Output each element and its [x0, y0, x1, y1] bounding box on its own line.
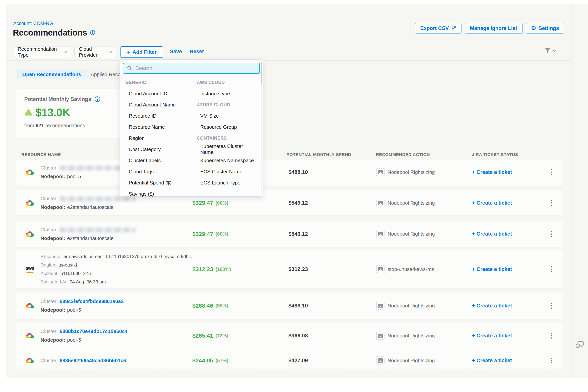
- table-row[interactable]: Cluster:6886e92f59a48cad86b5b1c6 $244.05…: [16, 348, 563, 369]
- row-menu-button[interactable]: [548, 250, 556, 288]
- table-row[interactable]: aws Resource:arn:aws:rds:us-east-1:51161…: [16, 250, 563, 288]
- dropdown-item-potential-spend[interactable]: Potential Spend ($): [125, 177, 197, 188]
- add-filter-dropdown: GENERIC Cloud Account ID Cloud Account N…: [120, 60, 263, 196]
- nodepool-label: Nodepool:: [40, 204, 65, 210]
- column-jira-ticket-status: JIRA TICKET STATUS: [472, 152, 518, 157]
- create-ticket-link[interactable]: +Create a ticket: [472, 160, 535, 185]
- redacted-cluster-name: [60, 196, 136, 202]
- column-resource-name: RESOURCE NAME: [21, 152, 61, 157]
- search-input[interactable]: [135, 65, 256, 71]
- info-icon[interactable]: [90, 30, 96, 36]
- rightsizing-icon: [376, 356, 384, 364]
- filter-panel-toggle[interactable]: [544, 47, 556, 54]
- dropdown-item-ecs-cluster-name[interactable]: ECS Cluster Name: [197, 166, 256, 177]
- savings-percent: (55%): [216, 303, 228, 308]
- row-menu-button[interactable]: [548, 292, 556, 319]
- dropdown-search[interactable]: [123, 63, 260, 74]
- row-menu-button[interactable]: [548, 190, 556, 216]
- table-row[interactable]: Cluster: Nodepool:e2standar4autoscale $3…: [16, 190, 563, 216]
- save-filter-button[interactable]: Save: [170, 48, 182, 54]
- page-title: Recommendations: [13, 28, 87, 38]
- create-ticket-link[interactable]: +Create a ticket: [472, 190, 535, 216]
- reset-filter-button[interactable]: Reset: [190, 48, 204, 54]
- dropdown-item-vm-size[interactable]: VM Size: [197, 110, 256, 122]
- table-row[interactable]: Cluster:6888b1c70e49db17c1de60c4 Nodepoo…: [16, 323, 563, 348]
- kebab-icon: [551, 358, 552, 363]
- recommended-action: Nodepool Rightsizing: [388, 333, 435, 339]
- dropdown-scrollbar[interactable]: [261, 62, 262, 195]
- aws-icon: aws: [24, 250, 36, 288]
- create-ticket-link[interactable]: +Create a ticket: [472, 348, 535, 369]
- header-actions: Export CSV Manage Ignore List ⚙ Settings: [415, 23, 564, 34]
- row-menu-button[interactable]: [548, 323, 556, 348]
- create-ticket-link[interactable]: +Create a ticket: [472, 292, 535, 319]
- dropdown-section-generic: GENERIC: [125, 77, 197, 88]
- breadcrumb-account[interactable]: Account: CCM-NG: [13, 20, 53, 26]
- table-header: RESOURCE NAME POTENTIAL MONTHLY SPEND RE…: [16, 151, 563, 159]
- plus-icon: +: [472, 200, 475, 206]
- dropdown-item-savings[interactable]: Savings ($): [125, 188, 197, 200]
- filter-recommendation-type-label: Recommendation Type: [18, 46, 61, 58]
- rightsizing-icon: [376, 332, 384, 340]
- dropdown-item-resource-name[interactable]: Resource Name: [125, 122, 197, 132]
- kebab-icon: [551, 266, 552, 272]
- manage-ignore-list-label: Manage Ignore List: [470, 25, 517, 31]
- row-menu-button[interactable]: [548, 348, 556, 369]
- table-row[interactable]: Cluster: Nodepool:e2standar4autoscale $3…: [16, 221, 563, 247]
- tab-open-recommendations[interactable]: Open Recommendations: [18, 70, 86, 79]
- help-icon[interactable]: [94, 96, 101, 102]
- dropdown-item-kubernetes-cluster-name[interactable]: Kubernetes Cluster Name: [197, 144, 256, 155]
- dropdown-item-resource-id[interactable]: Resource ID: [125, 110, 197, 122]
- savings-percent: (57%): [216, 358, 228, 363]
- savings-percent: (60%): [216, 231, 228, 237]
- dropdown-item-kubernetes-namespace[interactable]: Kubernetes Namespace: [197, 155, 256, 166]
- create-ticket-link[interactable]: +Create a ticket: [472, 250, 535, 288]
- dropdown-item-cloud-tags[interactable]: Cloud Tags: [125, 166, 197, 177]
- spend-value: $488.10: [288, 169, 308, 175]
- settings-label: Settings: [538, 25, 559, 31]
- redacted-cluster-name: [60, 228, 136, 232]
- dropdown-item-cloud-account-name[interactable]: Cloud Account Name: [125, 99, 197, 110]
- create-ticket-link[interactable]: +Create a ticket: [472, 323, 535, 348]
- plus-icon: +: [472, 303, 475, 309]
- cluster-link[interactable]: 688c2fefc84fbdc99801a0a2: [60, 298, 124, 304]
- nodepool-value: e2standar4autoscale: [67, 236, 114, 241]
- dropdown-item-cluster-labels[interactable]: Cluster Labels: [125, 155, 197, 166]
- dropdown-item-cloud-account-id[interactable]: Cloud Account ID: [125, 88, 197, 99]
- spend-value: $366.08: [288, 332, 308, 339]
- gcp-icon: [24, 190, 36, 216]
- gcp-icon: [24, 348, 36, 369]
- filter-recommendation-type[interactable]: Recommendation Type: [13, 46, 71, 58]
- row-menu-button[interactable]: [548, 160, 556, 185]
- recommended-action: Nodepool Rightsizing: [388, 169, 435, 175]
- manage-ignore-list-button[interactable]: Manage Ignore List: [465, 23, 523, 34]
- row-menu-button[interactable]: [548, 221, 556, 247]
- create-ticket-link[interactable]: +Create a ticket: [472, 221, 535, 247]
- table-row[interactable]: Cluster:688c2fefc84fbdc99801a0a2 Nodepoo…: [16, 292, 563, 319]
- export-csv-button[interactable]: Export CSV: [415, 23, 462, 34]
- chat-dot-icon: [576, 344, 580, 348]
- dropdown-item-instance-type[interactable]: Instance type: [197, 88, 256, 99]
- add-filter-button[interactable]: + Add Filter: [120, 46, 163, 58]
- chat-help-button[interactable]: [574, 339, 585, 350]
- dropdown-item-ecs-launch-type[interactable]: ECS Launch Type: [197, 177, 256, 188]
- dropdown-item-cost-category[interactable]: Cost Category: [125, 144, 197, 155]
- dropdown-section-containers: CONTAINERS: [197, 132, 256, 144]
- savings-subtext: from 621 recommendations: [24, 122, 116, 128]
- funnel-icon: [544, 47, 552, 54]
- filter-cloud-provider[interactable]: Cloud Provider: [74, 46, 116, 58]
- cluster-link[interactable]: 6886e92f59a48cad86b5b1c6: [60, 358, 126, 363]
- dropdown-item-resource-group[interactable]: Resource Group: [197, 122, 256, 132]
- cluster-link[interactable]: 6888b1c70e49db17c1de60c4: [60, 328, 128, 334]
- resource-label: Resource:: [40, 254, 62, 259]
- plus-icon: +: [472, 266, 475, 272]
- external-link-icon: [451, 26, 456, 31]
- gcp-icon: [24, 323, 36, 348]
- nodepool-label: Nodepool:: [40, 236, 65, 241]
- filterbar-divider: [6, 60, 571, 60]
- savings-sub-suffix: recommendations: [45, 122, 85, 128]
- savings-value: $329.47: [192, 231, 213, 237]
- settings-button[interactable]: ⚙ Settings: [526, 23, 564, 34]
- dropdown-item-region[interactable]: Region: [125, 132, 197, 144]
- table-row[interactable]: Cluster: Nodepool:pool-5 $488.10 Nodepoo…: [16, 160, 563, 185]
